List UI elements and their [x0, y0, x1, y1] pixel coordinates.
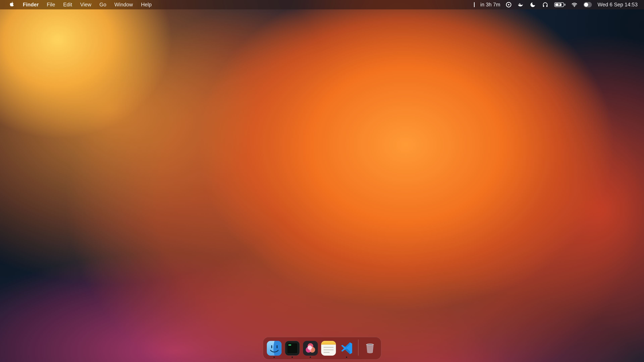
menu-bar-left: Finder File Edit View Go Window Help: [5, 0, 156, 9]
desktop-wallpaper: [0, 0, 644, 362]
running-indicator: [273, 357, 275, 358]
dock-area: [0, 337, 644, 360]
timer-ring-menu-extra[interactable]: [506, 0, 511, 9]
charging-bolt-icon: [558, 2, 560, 8]
notes-band: [321, 341, 336, 345]
wifi-icon: [571, 1, 578, 8]
trash-icon: [362, 341, 377, 356]
dock-divider: [358, 340, 358, 356]
terminal-prompt: [288, 345, 291, 346]
control-center-icon: [584, 2, 592, 7]
battery-menu-extra[interactable]: [554, 0, 565, 9]
do-not-disturb-moon-icon: [530, 1, 536, 8]
finder-icon: [267, 341, 282, 356]
battery-icon: [554, 2, 564, 7]
notes-icon: [321, 341, 336, 356]
apple-menu[interactable]: [5, 0, 19, 9]
menu-item-help[interactable]: Help: [137, 0, 156, 9]
focus-menu-extra[interactable]: [530, 0, 536, 9]
control-center-menu-extra[interactable]: [584, 0, 592, 9]
menu-bar-status: in 3h 7m: [474, 0, 638, 9]
menu-app-name[interactable]: Finder: [19, 0, 43, 9]
menu-item-go[interactable]: Go: [96, 0, 110, 9]
running-indicator: [310, 357, 311, 358]
menu-item-file[interactable]: File: [43, 0, 59, 9]
photos-icon: [303, 341, 318, 356]
clock[interactable]: Wed 6 Sep 14:53: [598, 0, 638, 9]
menu-bar: Finder File Edit View Go Window Help in …: [0, 0, 644, 9]
notes-lines: [321, 345, 336, 356]
vertical-bar-icon: [474, 2, 474, 7]
headphones-icon: [542, 1, 548, 8]
status-bar-icon[interactable]: [474, 0, 474, 9]
running-indicator: [346, 357, 347, 358]
docker-menu-extra[interactable]: [517, 0, 524, 9]
timer-status-text[interactable]: in 3h 7m: [480, 0, 500, 9]
timer-ring-icon: [506, 2, 511, 7]
terminal-icon: [285, 341, 300, 356]
wifi-menu-extra[interactable]: [571, 0, 578, 9]
dock: [263, 337, 381, 360]
dock-item-finder[interactable]: [266, 341, 282, 358]
docker-whale-icon: [517, 1, 524, 8]
dock-item-terminal[interactable]: [284, 341, 300, 358]
desktop: Finder File Edit View Go Window Help in …: [0, 0, 644, 362]
audio-menu-extra[interactable]: [542, 0, 548, 9]
dock-item-vscode[interactable]: [338, 341, 355, 358]
menu-item-window[interactable]: Window: [110, 0, 137, 9]
apple-logo-icon: [9, 1, 15, 9]
battery-nub: [564, 4, 565, 6]
menu-item-view[interactable]: View: [76, 0, 96, 9]
vscode-icon: [339, 341, 354, 356]
dock-item-photos[interactable]: [302, 341, 318, 358]
menu-item-edit[interactable]: Edit: [59, 0, 76, 9]
dock-item-trash[interactable]: [362, 341, 378, 358]
terminal-screen: [287, 343, 298, 354]
dock-item-notes[interactable]: [320, 341, 336, 358]
running-indicator: [292, 357, 293, 358]
